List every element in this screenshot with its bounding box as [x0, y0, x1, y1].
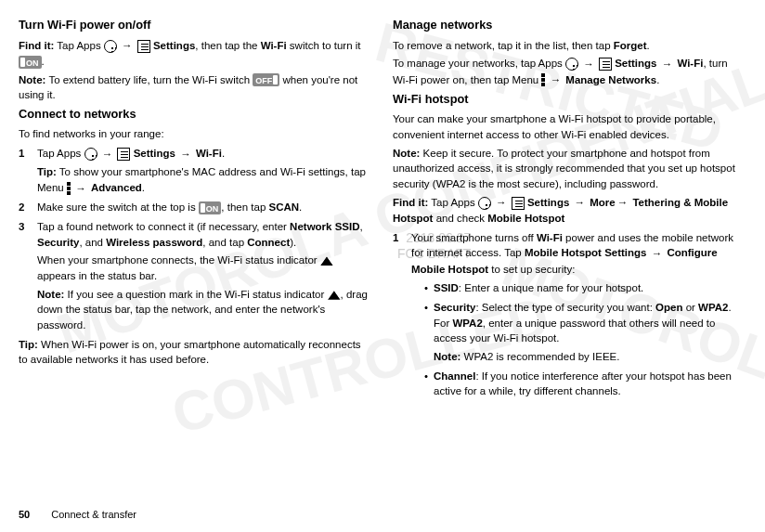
apps-icon [84, 148, 97, 161]
heading-wifi-power: Turn Wi-Fi power on/off [19, 17, 372, 34]
connect-label: Connect [247, 237, 290, 248]
arrow-icon: → [583, 57, 594, 72]
heading-connect-networks: Connect to networks [19, 106, 372, 123]
arrow-icon: → [617, 195, 629, 211]
switch-off-icon: OFF [253, 73, 279, 86]
left-column: Turn Wi-Fi power on/off Find it: Tap App… [19, 15, 372, 492]
step-2: Make sure the switch at the top is ON, t… [19, 200, 372, 215]
wpa2-label: WPA2 [698, 302, 728, 313]
bullet-security: Security: Select the type of security yo… [424, 300, 746, 365]
step-1-tip: Tip: To show your smartphone's MAC addre… [37, 164, 372, 196]
hotspot-note: Note: Keep it secure. To protect your sm… [393, 146, 746, 192]
heading-manage-networks: Manage networks [393, 17, 746, 34]
step-3: Tap a found network to connect it (if ne… [19, 219, 372, 333]
step-1: Tap Apps → Settings → Wi-Fi. Tip: To sho… [19, 146, 372, 196]
page-footer: 50 Connect & transfer [19, 508, 136, 523]
settings-icon [137, 40, 150, 53]
arrow-icon: → [652, 246, 663, 262]
arrow-icon: → [662, 57, 673, 72]
heading-wifi-hotspot: Wi-Fi hotspot [393, 91, 746, 109]
note-battery: Note: To extend battery life, turn the W… [19, 72, 372, 103]
arrow-icon: → [75, 181, 86, 197]
forget-label: Forget [614, 40, 647, 51]
bullet-channel: Channel: If you notice interference afte… [424, 369, 746, 399]
connect-steps: Tap Apps → Settings → Wi-Fi. Tip: To sho… [19, 146, 372, 333]
wifi-label: Wi-Fi [537, 232, 563, 243]
security-label: Security [434, 302, 475, 313]
wifi-indicator-icon [320, 256, 333, 266]
mobile-hotspot-label: Mobile Hotspot [487, 213, 564, 224]
arrow-icon: → [575, 195, 586, 211]
tip-label: Tip: [37, 166, 57, 177]
note-label: Note: [434, 351, 460, 362]
hotspot-step-1: Your smartphone turns off Wi-Fi power an… [393, 230, 746, 399]
manage-networks-path: To manage your networks, tap Apps → Sett… [393, 56, 746, 88]
wifi-label: Wi-Fi [261, 40, 287, 51]
wpa2-note: Note: WPA2 is recommended by IEEE. [434, 349, 746, 365]
page-number: 50 [19, 509, 30, 520]
switch-on-icon: ON [199, 201, 222, 214]
wpa2-label: WPA2 [452, 318, 482, 329]
apps-icon [565, 58, 578, 71]
arrow-icon: → [551, 72, 562, 88]
settings-label: Settings [615, 58, 656, 69]
find-it-label: Find it: [19, 40, 54, 51]
hotspot-security-list: SSID: Enter a unique name for your hotsp… [411, 280, 746, 399]
hotspot-findit: Find it: Tap Apps → Settings → More→ Tet… [393, 195, 746, 227]
menu-icon [67, 182, 71, 195]
network-ssid-label: Network SSID [290, 221, 359, 232]
settings-label: Settings [134, 148, 179, 159]
channel-label: Channel [434, 370, 475, 382]
apps-icon [478, 197, 491, 210]
hotspot-intro: Your can make your smartphone a Wi-Fi ho… [393, 111, 746, 142]
arrow-icon: → [122, 38, 133, 54]
tip-reconnect: Tip: When Wi-Fi power is on, your smartp… [19, 337, 372, 368]
arrow-icon: → [180, 147, 191, 162]
settings-icon [512, 197, 525, 210]
page-content: Turn Wi-Fi power on/off Find it: Tap App… [0, 0, 765, 492]
note-label: Note: [19, 74, 45, 85]
ssid-label: SSID [434, 282, 459, 293]
step-3-note: Note: If you see a question mark in the … [37, 287, 372, 333]
advanced-label: Advanced [91, 182, 142, 193]
hotspot-steps: Your smartphone turns off Wi-Fi power an… [393, 230, 746, 399]
wireless-password-label: Wireless password [106, 237, 202, 248]
more-label: More [590, 197, 615, 208]
arrow-icon: → [496, 195, 507, 211]
menu-icon [541, 73, 545, 86]
settings-label: Settings [153, 40, 195, 51]
manage-remove: To remove a network, tap it in the list,… [393, 38, 746, 54]
mobile-hotspot-settings-label: Mobile Hotspot Settings [525, 247, 647, 258]
arrow-icon: → [102, 147, 113, 162]
settings-icon [117, 148, 130, 161]
manage-networks-label: Manage Networks [565, 74, 656, 85]
right-column: Manage networks To remove a network, tap… [393, 15, 746, 492]
note-label: Note: [37, 289, 64, 300]
bullet-ssid: SSID: Enter a unique name for your hotsp… [424, 280, 746, 296]
scan-label: SCAN [269, 201, 300, 213]
section-title: Connect & transfer [51, 509, 136, 520]
settings-label: Settings [527, 197, 569, 208]
wifi-indicator-icon [328, 291, 341, 300]
apps-icon [104, 40, 117, 53]
wifi-label: Wi-Fi [677, 58, 703, 69]
security-label: Security [37, 237, 79, 248]
connect-intro: To find networks in your range: [19, 126, 372, 142]
find-it-line: Find it: Tap Apps → Settings, then tap t… [19, 38, 372, 70]
tip-label: Tip: [19, 339, 38, 350]
switch-on-icon: ON [19, 56, 42, 69]
find-it-label: Find it: [393, 197, 428, 208]
open-label: Open [655, 302, 682, 313]
step-3-status: When your smartphone connects, the Wi-Fi… [37, 253, 372, 283]
settings-icon [599, 58, 612, 71]
wifi-label: Wi-Fi [196, 148, 222, 159]
note-label: Note: [393, 148, 420, 159]
